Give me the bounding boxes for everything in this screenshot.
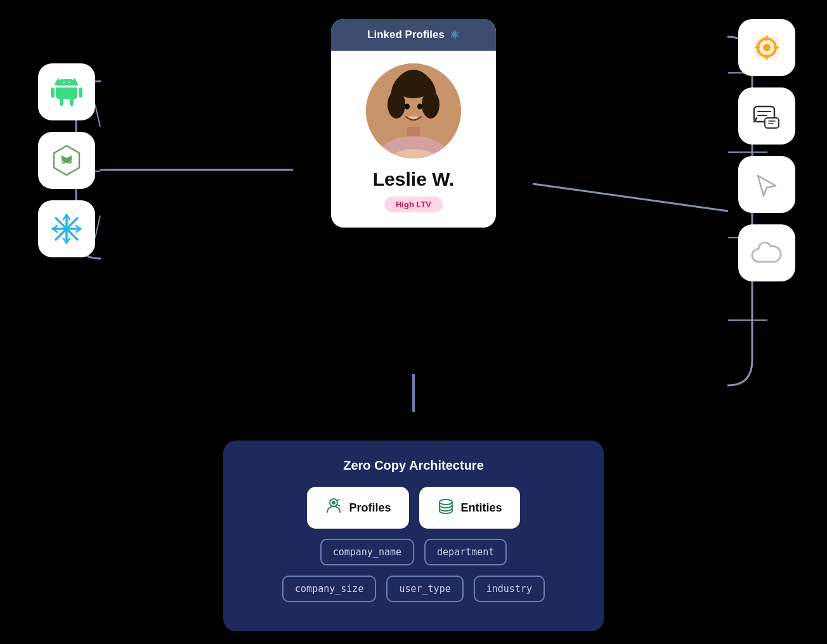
rudderstack-icon <box>738 19 795 76</box>
entities-button[interactable]: Entities <box>419 487 520 529</box>
zero-copy-tags-row1: company_name department <box>242 539 585 565</box>
zero-copy-architecture: Zero Copy Architecture Profiles <box>223 441 604 631</box>
profile-card-body: Leslie W. High LTV <box>331 51 496 228</box>
zero-copy-title: Zero Copy Architecture <box>242 458 585 473</box>
svg-line-3 <box>95 216 100 238</box>
atom-icon: ⚛ <box>450 28 460 42</box>
svg-point-40 <box>405 104 410 110</box>
cursor-icon <box>738 156 795 213</box>
snowflake-icon <box>38 200 95 257</box>
svg-line-4 <box>533 184 728 211</box>
svg-point-25 <box>763 44 771 51</box>
svg-point-41 <box>417 104 422 110</box>
profile-card: Linked Profiles ⚛ <box>331 19 496 228</box>
left-sources: JS <box>38 63 95 257</box>
main-scene: JS <box>0 0 827 644</box>
company-size-tag: company_size <box>282 576 376 602</box>
svg-line-1 <box>95 105 100 127</box>
user-type-tag: user_type <box>386 576 463 602</box>
messaging-icon <box>738 87 795 145</box>
profiles-icon <box>325 497 342 518</box>
nodejs-icon: JS <box>38 132 95 189</box>
entities-icon <box>437 497 455 518</box>
svg-point-48 <box>332 501 335 505</box>
company-name-tag: company_name <box>320 539 414 565</box>
svg-rect-33 <box>765 118 779 128</box>
profile-card-header: Linked Profiles ⚛ <box>331 19 496 51</box>
industry-tag: industry <box>474 576 545 602</box>
svg-point-46 <box>394 73 433 98</box>
cloud-icon <box>738 224 795 281</box>
profiles-label: Profiles <box>349 501 391 515</box>
android-icon <box>38 63 95 120</box>
svg-point-51 <box>440 499 452 505</box>
profiles-button[interactable]: Profiles <box>307 487 408 529</box>
profile-badge: High LTV <box>384 196 443 212</box>
profile-name: Leslie W. <box>373 169 454 190</box>
right-destinations <box>738 19 795 281</box>
svg-text:JS: JS <box>61 155 72 165</box>
department-tag: department <box>424 539 507 565</box>
entities-label: Entities <box>461 501 502 515</box>
zero-copy-buttons-row: Profiles Entities <box>242 487 585 529</box>
linked-profiles-title: Linked Profiles <box>367 29 445 41</box>
avatar <box>366 63 461 158</box>
zero-copy-tags-row2: company_size user_type industry <box>242 576 585 602</box>
